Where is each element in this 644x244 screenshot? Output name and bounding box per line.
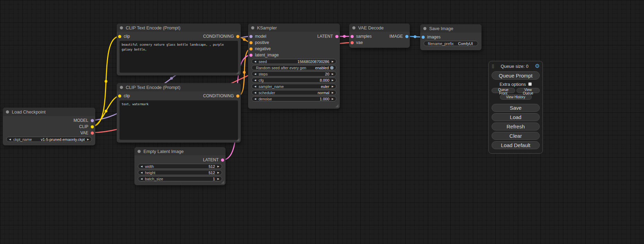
conditioning-port-icon[interactable] bbox=[249, 47, 253, 51]
output-slot-conditioning[interactable]: CONDITIONING bbox=[203, 93, 239, 98]
output-slot-latent[interactable]: LATENT bbox=[203, 157, 223, 162]
node-graph-canvas[interactable]: Load Checkpoint MODEL CLIP VAE bbox=[0, 0, 644, 244]
decrement-arrow-icon[interactable]: ◀ bbox=[141, 171, 142, 174]
refresh-button[interactable]: Refresh bbox=[492, 123, 540, 130]
extra-options-checkbox[interactable] bbox=[528, 82, 532, 86]
sampler-name-combo-widget[interactable]: ◀ sampler_name euler ▶ bbox=[252, 84, 336, 89]
node-empty-latent-image[interactable]: Empty Latent Image LATENT ◀ width 512 ▶ … bbox=[134, 147, 226, 185]
input-slot-clip[interactable]: clip bbox=[119, 34, 130, 39]
node-title-bar[interactable]: Load Checkpoint bbox=[3, 108, 95, 116]
vae-port-icon[interactable] bbox=[91, 132, 94, 135]
queue-prompt-button[interactable]: Queue Prompt bbox=[492, 71, 540, 80]
input-slot-vae[interactable]: vae bbox=[351, 40, 363, 45]
node-vae-decode[interactable]: VAE Decode samples IMAGE vae bbox=[349, 24, 410, 48]
increment-arrow-icon[interactable]: ▶ bbox=[332, 79, 334, 81]
ckpt-name-combo-widget[interactable]: ◀ ckpt_name v1-5-pruned-emaonly.ckpt ▶ bbox=[6, 137, 92, 142]
scheduler-combo-widget[interactable]: ◀ scheduler normal ▶ bbox=[252, 90, 336, 95]
conditioning-port-icon[interactable] bbox=[236, 35, 239, 38]
random-seed-toggle-widget[interactable]: Random seed after every gen enabled bbox=[252, 65, 336, 70]
output-slot-conditioning[interactable]: CONDITIONING bbox=[203, 34, 239, 39]
decrement-arrow-icon[interactable]: ◀ bbox=[254, 91, 256, 94]
increment-arrow-icon[interactable]: ▶ bbox=[332, 60, 334, 63]
latent-port-icon[interactable] bbox=[221, 159, 224, 162]
input-slot-latent-image[interactable]: latent_image bbox=[250, 53, 279, 57]
node-title-bar[interactable]: CLIP Text Encode (Prompt) bbox=[117, 24, 241, 32]
seed-number-widget[interactable]: ◀ seed 156680208700286 ▶ bbox=[252, 59, 336, 64]
input-slot-positive[interactable]: positive bbox=[250, 40, 269, 45]
increment-arrow-icon[interactable]: ▶ bbox=[332, 85, 334, 88]
input-slot-samples[interactable]: samples bbox=[351, 34, 372, 39]
menu-drag-handle-icon[interactable]: ⣿ bbox=[492, 64, 494, 68]
output-slot-vae[interactable]: VAE bbox=[80, 130, 93, 135]
image-port-icon[interactable] bbox=[405, 35, 408, 38]
input-slot-images[interactable]: images bbox=[422, 35, 441, 39]
decrement-arrow-icon[interactable]: ◀ bbox=[254, 73, 256, 75]
save-button[interactable]: Save bbox=[492, 104, 540, 112]
collapse-dot-icon[interactable] bbox=[120, 26, 123, 29]
latent-port-icon[interactable] bbox=[335, 35, 338, 38]
node-title-bar[interactable]: Save Image bbox=[420, 24, 482, 33]
output-slot-latent[interactable]: LATENT bbox=[317, 34, 338, 39]
decrement-arrow-icon[interactable]: ◀ bbox=[9, 138, 11, 141]
filename-prefix-text-widget[interactable]: filename_prefix ComfyUI bbox=[424, 41, 478, 46]
collapse-dot-icon[interactable] bbox=[251, 26, 254, 29]
node-load-checkpoint[interactable]: Load Checkpoint MODEL CLIP VAE bbox=[3, 108, 95, 145]
collapse-dot-icon[interactable] bbox=[423, 27, 426, 30]
decrement-arrow-icon[interactable]: ◀ bbox=[141, 178, 142, 180]
latent-port-icon[interactable] bbox=[249, 54, 253, 57]
load-default-button[interactable]: Load Default bbox=[492, 141, 540, 149]
conditioning-port-icon[interactable] bbox=[236, 94, 239, 98]
node-title-bar[interactable]: Empty Latent Image bbox=[134, 147, 226, 155]
collapse-dot-icon[interactable] bbox=[6, 110, 9, 114]
node-ksampler[interactable]: KSampler model LATENT positive bbox=[248, 24, 340, 109]
steps-number-widget[interactable]: ◀ steps 20 ▶ bbox=[252, 71, 336, 76]
resize-grip-icon[interactable] bbox=[221, 181, 224, 184]
clip-port-icon[interactable] bbox=[118, 35, 121, 38]
increment-arrow-icon[interactable]: ▶ bbox=[218, 171, 219, 174]
node-title-bar[interactable]: VAE Decode bbox=[349, 24, 410, 32]
resize-grip-icon[interactable] bbox=[335, 104, 338, 107]
increment-arrow-icon[interactable]: ▶ bbox=[332, 73, 334, 75]
latent-port-icon[interactable] bbox=[351, 35, 354, 38]
model-port-icon[interactable] bbox=[91, 119, 94, 122]
resize-grip-icon[interactable] bbox=[236, 71, 239, 74]
node-clip-text-encode-positive[interactable]: CLIP Text Encode (Prompt) clip CONDITION… bbox=[117, 24, 241, 75]
collapse-dot-icon[interactable] bbox=[120, 86, 123, 89]
increment-arrow-icon[interactable]: ▶ bbox=[332, 91, 334, 94]
collapse-dot-icon[interactable] bbox=[138, 150, 141, 153]
collapse-dot-icon[interactable] bbox=[352, 26, 355, 29]
decrement-arrow-icon[interactable]: ◀ bbox=[141, 165, 142, 168]
denoise-number-widget[interactable]: ◀ denoise 1.000 ▶ bbox=[252, 96, 336, 101]
node-title-bar[interactable]: CLIP Text Encode (Prompt) bbox=[117, 83, 241, 91]
decrement-arrow-icon[interactable]: ◀ bbox=[254, 79, 256, 81]
increment-arrow-icon[interactable]: ▶ bbox=[87, 138, 89, 141]
view-history-button[interactable]: View History bbox=[500, 94, 532, 100]
node-clip-text-encode-negative[interactable]: CLIP Text Encode (Prompt) clip CONDITION… bbox=[117, 83, 241, 143]
clear-button[interactable]: Clear bbox=[492, 132, 540, 140]
settings-gear-icon[interactable]: ⚙ bbox=[535, 63, 540, 69]
conditioning-port-icon[interactable] bbox=[249, 41, 253, 44]
prompt-textarea[interactable]: text, watermark bbox=[120, 100, 238, 140]
height-number-widget[interactable]: ◀ height 512 ▶ bbox=[138, 170, 222, 175]
view-queue-button[interactable]: View Queue bbox=[517, 88, 540, 93]
vae-port-icon[interactable] bbox=[351, 41, 354, 44]
decrement-arrow-icon[interactable]: ◀ bbox=[254, 98, 256, 100]
input-slot-negative[interactable]: negative bbox=[250, 46, 271, 51]
increment-arrow-icon[interactable]: ▶ bbox=[218, 178, 219, 180]
output-slot-clip[interactable]: CLIP bbox=[79, 124, 93, 129]
model-port-icon[interactable] bbox=[249, 35, 253, 38]
input-slot-clip[interactable]: clip bbox=[119, 93, 130, 98]
input-slot-model[interactable]: model bbox=[250, 34, 266, 39]
cfg-number-widget[interactable]: ◀ cfg 8.000 ▶ bbox=[252, 78, 336, 83]
increment-arrow-icon[interactable]: ▶ bbox=[332, 98, 334, 100]
image-port-icon[interactable] bbox=[422, 36, 425, 39]
prompt-textarea[interactable]: beautiful scenery nature glass bottle la… bbox=[120, 41, 238, 73]
increment-arrow-icon[interactable]: ▶ bbox=[218, 165, 219, 168]
resize-grip-icon[interactable] bbox=[236, 138, 239, 141]
clip-port-icon[interactable] bbox=[118, 94, 121, 98]
toggle-on-icon[interactable] bbox=[330, 66, 334, 70]
width-number-widget[interactable]: ◀ width 512 ▶ bbox=[138, 164, 222, 169]
node-title-bar[interactable]: KSampler bbox=[248, 24, 340, 32]
output-slot-model[interactable]: MODEL bbox=[73, 118, 93, 123]
decrement-arrow-icon[interactable]: ◀ bbox=[254, 60, 256, 63]
